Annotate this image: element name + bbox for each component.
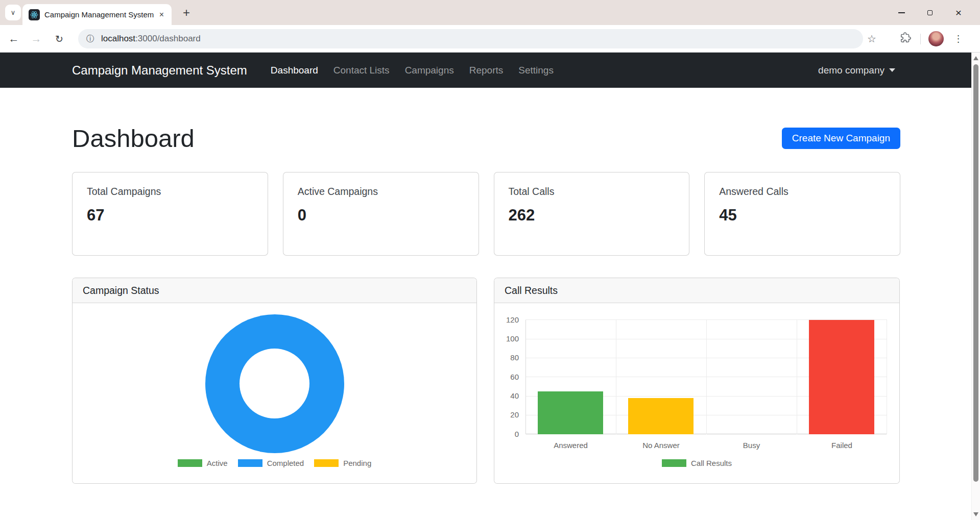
gridline-vertical [887,320,887,434]
stat-label: Total Campaigns [87,186,253,197]
dropdown-caret-icon [889,68,895,72]
legend-swatch-icon [314,459,339,467]
stat-label: Active Campaigns [298,186,464,197]
legend-item-call-results[interactable]: Call Results [662,459,732,467]
nav-item-dashboard[interactable]: Dashboard [271,65,318,76]
tab-title: Campaign Management System [44,10,154,19]
tab-strip: ∨ Campaign Management System × + × [0,0,980,25]
legend-item-active[interactable]: Active [178,459,228,467]
reload-icon[interactable]: ↻ [51,33,68,44]
window-minimize-button[interactable] [887,0,916,25]
stat-card-total-campaigns: Total Campaigns67 [72,172,268,256]
stat-value: 0 [298,206,464,225]
donut-hole [240,349,309,418]
stat-value: 45 [719,206,886,225]
nav-item-campaigns[interactable]: Campaigns [405,65,454,76]
legend-item-completed[interactable]: Completed [238,459,304,467]
url-bar[interactable]: ⓘ localhost:3000/dashboard [78,29,863,48]
site-info-icon[interactable]: ⓘ [86,34,94,44]
browser-tab[interactable]: Campaign Management System × [22,4,172,25]
stat-card-total-calls: Total Calls262 [494,172,690,256]
tab-search-button[interactable]: ∨ [5,5,21,20]
y-axis-tick-label: 80 [494,353,519,363]
scroll-up-arrow-icon[interactable] [973,56,978,60]
create-new-campaign-button[interactable]: Create New Campaign [782,128,900,149]
bar-no-answer [628,398,694,434]
y-axis-tick-label: 120 [494,315,519,325]
y-axis-tick-label: 60 [494,372,519,382]
legend-swatch-icon [238,459,262,467]
bar-failed [809,320,874,434]
x-axis-label-answered: Answered [525,441,616,450]
call-results-plot [525,320,887,434]
campaign-status-body: ActiveCompletedPending [73,303,476,484]
page-scrollbar[interactable] [971,53,980,520]
minimize-icon [898,12,905,13]
navbar-links: DashboardContact ListsCampaignsReportsSe… [271,65,569,76]
legend-label: Call Results [691,459,732,467]
window-restore-button[interactable] [916,0,944,25]
gridline-vertical [706,320,707,434]
chevron-down-icon: ∨ [11,9,16,16]
gridline-vertical [525,320,526,434]
window-close-button[interactable]: × [944,0,973,25]
y-axis-tick-label: 100 [494,334,519,344]
account-dropdown[interactable]: demo company [818,65,895,76]
legend-item-pending[interactable]: Pending [314,459,371,467]
app-navbar: Campaign Management System DashboardCont… [0,53,971,88]
call-results-body: Call Results 020406080100120AnsweredNo A… [494,303,899,484]
new-tab-button[interactable]: + [179,5,194,20]
profile-avatar[interactable] [928,31,944,46]
scrollbar-thumb[interactable] [973,64,978,482]
stat-label: Answered Calls [719,186,886,197]
legend-label: Active [207,459,228,467]
bookmark-star-icon[interactable]: ☆ [863,33,880,45]
stat-value: 262 [509,206,675,225]
url-host: localhost [101,34,135,44]
nav-item-contact-lists[interactable]: Contact Lists [333,65,390,76]
tab-close-icon[interactable]: × [157,10,166,19]
menu-dots-icon[interactable]: ⋮ [950,33,967,44]
y-axis-tick-label: 20 [494,410,519,420]
stat-value: 67 [87,206,253,225]
legend-swatch-icon [178,459,202,467]
forward-icon[interactable]: → [28,33,45,45]
page-content: Campaign Management System DashboardCont… [0,53,971,520]
campaign-status-card: Campaign Status ActiveCompletedPending [72,278,477,484]
y-axis-tick-label: 40 [494,391,519,401]
browser-toolbar: ← → ↻ ⓘ localhost:3000/dashboard ☆ ⋮ [0,25,980,53]
x-axis-label-busy: Busy [706,441,797,450]
gridline-vertical [797,320,797,434]
page-header: Dashboard Create New Campaign [72,123,900,154]
call-results-legend: Call Results [494,459,899,467]
stat-label: Total Calls [509,186,675,197]
window-controls: × [887,0,973,25]
nav-item-settings[interactable]: Settings [518,65,554,76]
x-axis-label-failed: Failed [797,441,887,450]
toolbar-divider [920,34,921,44]
dashboard-main: Dashboard Create New Campaign Total Camp… [72,123,900,484]
page-title: Dashboard [72,123,195,154]
legend-swatch-icon [662,459,686,467]
browser-window: ∨ Campaign Management System × + × [0,0,980,520]
react-favicon-icon [29,9,40,20]
scroll-down-arrow-icon[interactable] [973,512,978,516]
legend-label: Pending [343,459,371,467]
stat-card-answered-calls: Answered Calls45 [704,172,900,256]
account-name: demo company [818,65,885,76]
extensions-puzzle-icon[interactable] [897,32,914,45]
stat-card-active-campaigns: Active Campaigns0 [283,172,479,256]
gridline-vertical [616,320,616,434]
stats-row: Total Campaigns67Active Campaigns0Total … [72,172,900,256]
legend-label: Completed [267,459,304,467]
y-axis-tick-label: 0 [494,429,519,439]
nav-item-reports[interactable]: Reports [469,65,504,76]
x-axis-label-no-answer: No Answer [616,441,706,450]
back-icon[interactable]: ← [5,33,22,45]
charts-row: Campaign Status ActiveCompletedPending C… [72,278,900,484]
navbar-brand[interactable]: Campaign Management System [72,63,247,78]
campaign-status-header: Campaign Status [73,278,476,303]
call-results-header: Call Results [494,278,899,303]
call-results-card: Call Results Call Results 02040608010012… [494,278,900,484]
campaign-status-legend: ActiveCompletedPending [73,459,476,467]
